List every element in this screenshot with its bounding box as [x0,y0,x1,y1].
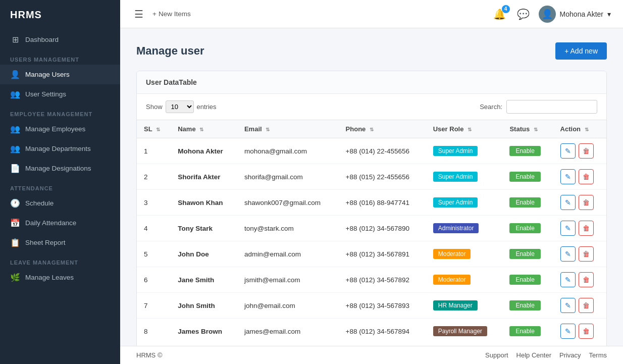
cell-action: ✎ 🗑 [553,216,606,241]
hamburger-menu-button[interactable]: ☰ [132,6,145,22]
search-input[interactable] [506,100,597,114]
delete-button[interactable]: 🗑 [579,246,594,262]
sidebar-item-manage-departments[interactable]: 👥 Manage Departments [0,139,120,159]
sidebar-item-label: Manage Users [25,71,70,78]
cell-status: Enable [502,293,553,319]
search-label: Search: [480,103,502,111]
sidebar-item-sheet-report[interactable]: 📋 Sheet Report [0,233,120,252]
cell-email: shawonk007@gmail.com [237,190,339,216]
role-badge: Super Admin [433,146,478,156]
sidebar-item-manage-leaves[interactable]: 🌿 Manage Leaves [0,268,120,287]
cell-status: Enable [502,190,553,216]
section-label-leave: Leave Management [0,252,120,268]
col-status: Status ⇅ [502,120,553,138]
cell-phone: +88 (012) 34-567891 [339,241,426,267]
role-badge: Super Admin [433,172,478,182]
cell-status: Enable [502,241,553,267]
topbar: ☰ + New Items 🔔 4 💬 👤 Mohona Akter ▾ [120,0,623,28]
role-badge: Moderator [433,275,471,285]
page-title: Manage user [136,44,204,58]
cell-status: Enable [502,164,553,190]
schedule-icon: 🕐 [10,198,20,208]
sidebar: HRMS ⊞ Dashboard Users Management 👤 Mana… [0,0,120,364]
delete-button[interactable]: 🗑 [579,221,594,236]
cell-name: James Brown [171,319,237,344]
entries-select[interactable]: 10 25 50 100 [166,100,194,113]
role-badge: HR Manager [433,300,478,310]
status-badge: Enable [509,146,540,156]
delete-button[interactable]: 🗑 [579,169,594,184]
sidebar-item-schedule[interactable]: 🕐 Schedule [0,193,120,213]
cell-name: John Doe [171,241,237,267]
sidebar-item-label: Daily Attendance [25,219,76,227]
footer-link-support[interactable]: Support [485,351,508,359]
edit-button[interactable]: ✎ [560,272,576,287]
action-buttons: ✎ 🗑 [560,324,599,339]
sort-icon-role: ⇅ [468,127,472,132]
cell-role: Super Admin [426,164,503,190]
show-entries: Show 10 25 50 100 entries [146,100,217,113]
delete-button[interactable]: 🗑 [579,272,594,287]
edit-button[interactable]: ✎ [560,169,576,184]
cell-name: Shawon Khan [171,190,237,216]
action-buttons: ✎ 🗑 [560,143,599,159]
delete-button[interactable]: 🗑 [579,143,594,159]
cell-email: mohona@gmail.com [237,138,339,164]
action-buttons: ✎ 🗑 [560,246,599,262]
edit-button[interactable]: ✎ [560,324,576,339]
delete-button[interactable]: 🗑 [579,298,594,313]
add-new-button[interactable]: + Add new [555,42,607,60]
plus-icon: + [152,10,157,18]
action-buttons: ✎ 🗑 [560,169,599,184]
role-badge: Administrator [433,223,479,233]
user-menu[interactable]: 👤 Mohona Akter ▾ [539,6,611,23]
table-row: 3 Shawon Khan shawonk007@gmail.com +88 (… [137,190,606,216]
cell-phone: +88 (015) 22-455656 [339,164,426,190]
delete-button[interactable]: 🗑 [579,324,594,339]
content-area: Manage user + Add new User DataTable Sho… [120,28,623,346]
sort-icon-status: ⇅ [534,127,538,132]
cell-role: Moderator [426,267,503,293]
new-items-button[interactable]: + New Items [152,10,191,18]
action-buttons: ✎ 🗑 [560,195,599,210]
cell-status: Enable [502,216,553,241]
table-card-title: User DataTable [137,71,606,94]
cell-name: Mohona Akter [171,138,237,164]
sidebar-item-label: Manage Employees [25,125,85,133]
hamburger-icon: ☰ [134,9,143,20]
avatar-icon: 👤 [542,9,553,20]
cell-status: Enable [502,138,553,164]
cell-role: Super Admin [426,190,503,216]
sidebar-item-manage-designations[interactable]: 📄 Manage Designations [0,159,120,178]
message-button[interactable]: 💬 [515,6,532,22]
cell-action: ✎ 🗑 [553,293,606,319]
sidebar-item-dashboard[interactable]: ⊞ Dashboard [0,30,120,49]
edit-button[interactable]: ✎ [560,298,576,313]
footer-link-help-center[interactable]: Help Center [516,351,551,359]
delete-button[interactable]: 🗑 [579,195,594,210]
footer-link-privacy[interactable]: Privacy [559,351,581,359]
sidebar-item-label: Schedule [25,199,54,207]
sidebar-item-manage-users[interactable]: 👤 Manage Users [0,65,120,84]
cell-sl: 8 [137,319,171,344]
status-badge: Enable [509,300,540,310]
search-box: Search: [480,100,597,114]
edit-button[interactable]: ✎ [560,195,576,210]
topbar-left: ☰ + New Items [132,6,483,22]
cell-phone: +88 (012) 34-567890 [339,216,426,241]
cell-email: john@email.com [237,293,339,319]
footer-link-terms[interactable]: Terms [589,351,607,359]
sheet-report-icon: 📋 [10,238,20,247]
status-badge: Enable [509,249,540,259]
sidebar-item-daily-attendance[interactable]: 📅 Daily Attendance [0,213,120,233]
edit-button[interactable]: ✎ [560,246,576,262]
notification-button[interactable]: 🔔 4 [491,6,508,22]
user-icon: 👤 [10,70,20,79]
sidebar-item-user-settings[interactable]: 👥 User Settings [0,84,120,104]
table-row: 2 Shorifa Akter shorifa@gmail.com +88 (0… [137,164,606,190]
sidebar-item-manage-employees[interactable]: 👥 Manage Employees [0,119,120,139]
edit-button[interactable]: ✎ [560,221,576,236]
sort-icon-phone: ⇅ [370,127,374,132]
edit-button[interactable]: ✎ [560,143,576,159]
cell-action: ✎ 🗑 [553,164,606,190]
